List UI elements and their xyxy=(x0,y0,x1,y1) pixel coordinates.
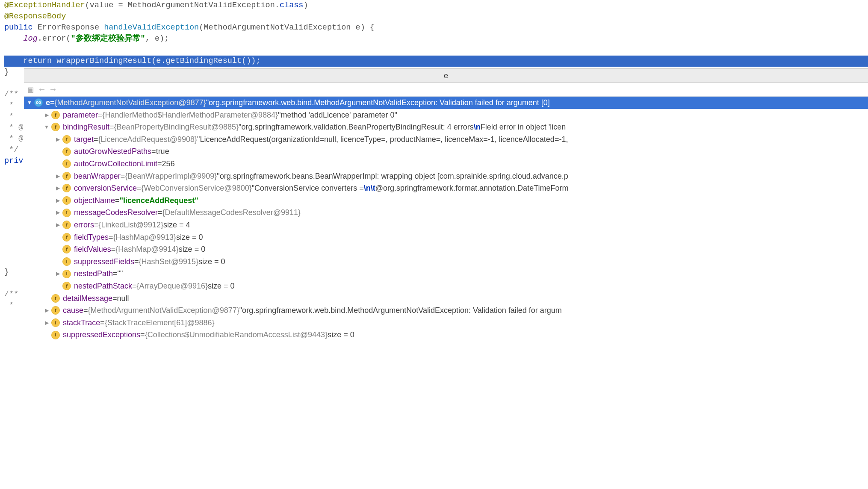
expand-arrow-right-icon[interactable]: ▶ xyxy=(55,268,61,280)
object-ref: {BeanPropertyBindingResult@9885} xyxy=(114,121,239,133)
code-line: public ErrorResponse handleValidExceptio… xyxy=(4,22,868,33)
expand-arrow-right-icon[interactable]: ▶ xyxy=(55,133,61,146)
field-badge-icon: f xyxy=(62,159,71,168)
object-ref: {WebConversionService@9800} xyxy=(142,182,252,194)
tree-row[interactable]: fsuppressedFields = {HashSet@9915} size … xyxy=(24,256,868,268)
field-badge-icon: f xyxy=(62,270,71,278)
var-name: cause xyxy=(63,304,83,311)
arrow-placeholder xyxy=(55,158,61,170)
tree-row[interactable]: ▶fmessageCodesResolver = {DefaultMessage… xyxy=(24,206,868,219)
field-badge-icon: f xyxy=(62,172,71,180)
object-badge-icon: oo xyxy=(34,98,43,107)
debugger-panel: e ▣ ← → ▼ oo e = {MethodArgumentNotValid… xyxy=(24,68,868,311)
field-badge-icon: f xyxy=(51,123,60,131)
tree-row[interactable]: ▶fconversionService = {WebConversionServ… xyxy=(24,182,868,194)
field-badge-icon: f xyxy=(62,147,71,156)
new-watch-icon[interactable]: ▣ xyxy=(28,84,33,95)
arrow-placeholder xyxy=(55,256,61,268)
value-plain: "" xyxy=(118,268,123,280)
arrow-placeholder xyxy=(44,292,50,305)
value-plain: null xyxy=(117,292,129,305)
field-badge-icon: f xyxy=(62,184,71,192)
value-size: size = 0 xyxy=(176,231,203,244)
tree-row[interactable]: fautoGrowNestedPaths = true xyxy=(24,145,868,158)
object-ref: {LicenceAddRequest@9908} xyxy=(98,133,197,146)
tree-row[interactable]: fnestedPathStack = {ArrayDeque@9916} siz… xyxy=(24,280,868,292)
tree-row[interactable]: ▶ftarget = {LicenceAddRequest@9908} "Lic… xyxy=(24,133,868,146)
tree-row[interactable]: ▼fbindingResult = {BeanPropertyBindingRe… xyxy=(24,121,868,133)
arrow-placeholder xyxy=(55,231,61,244)
field-badge-icon: f xyxy=(62,257,71,266)
field-badge-icon: f xyxy=(62,135,71,144)
tree-row[interactable]: ▶fcause = {MethodArgumentNotValidExcepti… xyxy=(24,304,868,311)
expand-arrow-right-icon[interactable]: ▶ xyxy=(55,206,61,219)
expand-arrow-right-icon[interactable]: ▶ xyxy=(55,182,61,194)
var-name: autoGrowCollectionLimit xyxy=(74,158,157,170)
var-name: conversionService xyxy=(74,182,137,194)
arrow-placeholder xyxy=(55,280,61,292)
field-badge-icon: f xyxy=(62,209,71,217)
value-string: "org.springframework.web.bind.MethodArgu… xyxy=(206,97,550,109)
code-line-highlighted: return wrapperBindingResult(e.getBinding… xyxy=(4,56,868,67)
var-name: suppressedFields xyxy=(74,256,134,268)
object-ref: {MethodArgumentNotValidException@9877} xyxy=(88,304,239,311)
tree-row[interactable]: ▶ferrors = {LinkedList@9912} size = 4 xyxy=(24,219,868,231)
object-ref: {ArrayDeque@9916} xyxy=(137,280,208,292)
field-badge-icon: f xyxy=(62,221,71,229)
object-ref: {DefaultMessageCodesResolver@9911} xyxy=(162,206,301,219)
code-line: @ResponseBody xyxy=(4,11,868,22)
var-name: messageCodesResolver xyxy=(74,206,158,219)
expand-arrow-right-icon[interactable]: ▶ xyxy=(44,109,50,121)
object-ref: {LinkedList@9912} xyxy=(99,219,163,231)
var-name: errors xyxy=(74,219,94,231)
expand-arrow-right-icon[interactable]: ▶ xyxy=(44,304,50,311)
field-badge-icon: f xyxy=(62,196,71,205)
tree-row[interactable]: ▶fobjectName = "licenceAddRequest" xyxy=(24,194,868,207)
debugger-title: e xyxy=(24,69,868,83)
var-name: autoGrowNestedPaths xyxy=(74,145,151,158)
value-size: size = 0 xyxy=(179,243,206,256)
arrow-placeholder xyxy=(55,145,61,158)
value-size: size = 4 xyxy=(163,219,190,231)
tree-row[interactable]: ffieldTypes = {HashMap@9913} size = 0 xyxy=(24,231,868,244)
var-name: objectName xyxy=(74,194,115,207)
expand-arrow-right-icon[interactable]: ▶ xyxy=(55,194,61,207)
tree-row-root[interactable]: ▼ oo e = {MethodArgumentNotValidExceptio… xyxy=(24,97,868,109)
object-ref: {HandlerMethod$HandlerMethodParameter@98… xyxy=(103,109,278,121)
var-name: detailMessage xyxy=(63,292,112,305)
object-ref: {BeanWrapperImpl@9909} xyxy=(125,170,217,183)
value-string: "licenceAddRequest" xyxy=(120,194,198,207)
tree-row[interactable]: fautoGrowCollectionLimit = 256 xyxy=(24,158,868,170)
value-plain: 256 xyxy=(162,158,175,170)
expand-arrow-right-icon[interactable]: ▶ xyxy=(55,170,61,183)
field-badge-icon: f xyxy=(62,282,71,290)
forward-icon[interactable]: → xyxy=(50,85,56,94)
code-line: @ExceptionHandler(value = MethodArgument… xyxy=(4,0,868,11)
var-name: bindingResult xyxy=(63,121,109,133)
tree-row[interactable]: ▶fbeanWrapper = {BeanWrapperImpl@9909} "… xyxy=(24,170,868,183)
arrow-placeholder xyxy=(55,243,61,256)
object-ref: {HashMap@9913} xyxy=(113,231,176,244)
value-string: "LicenceAddRequest(organizationId=null, … xyxy=(197,133,568,146)
value-string: "org.springframework.beans.BeanWrapperIm… xyxy=(217,170,568,183)
field-badge-icon: f xyxy=(62,233,71,242)
tree-row[interactable]: ▶fnestedPath = "" xyxy=(24,268,868,280)
var-name: nestedPath xyxy=(74,268,113,280)
back-icon[interactable]: ← xyxy=(39,85,44,94)
value-size: size = 0 xyxy=(208,280,235,292)
var-name: e xyxy=(46,97,50,109)
field-badge-icon: f xyxy=(51,294,60,303)
value-size: size = 0 xyxy=(198,256,225,268)
variables-tree[interactable]: ▼ oo e = {MethodArgumentNotValidExceptio… xyxy=(24,97,868,311)
expand-arrow-down-icon[interactable]: ▼ xyxy=(27,97,32,109)
value-string: "method 'addLicence' parameter 0" xyxy=(278,109,397,121)
object-ref: {HashSet@9915} xyxy=(139,256,198,268)
expand-arrow-right-icon[interactable]: ▶ xyxy=(55,219,61,231)
expand-arrow-down-icon[interactable]: ▼ xyxy=(44,121,50,133)
tree-row[interactable]: ▶fparameter = {HandlerMethod$HandlerMeth… xyxy=(24,109,868,121)
tree-row[interactable]: fdetailMessage = null xyxy=(24,292,868,305)
field-badge-icon: f xyxy=(51,111,60,119)
tree-row[interactable]: ffieldValues = {HashMap@9914} size = 0 xyxy=(24,243,868,256)
value-string: "org.springframework.web.bind.MethodArgu… xyxy=(239,304,562,311)
var-name: fieldTypes xyxy=(74,231,109,244)
